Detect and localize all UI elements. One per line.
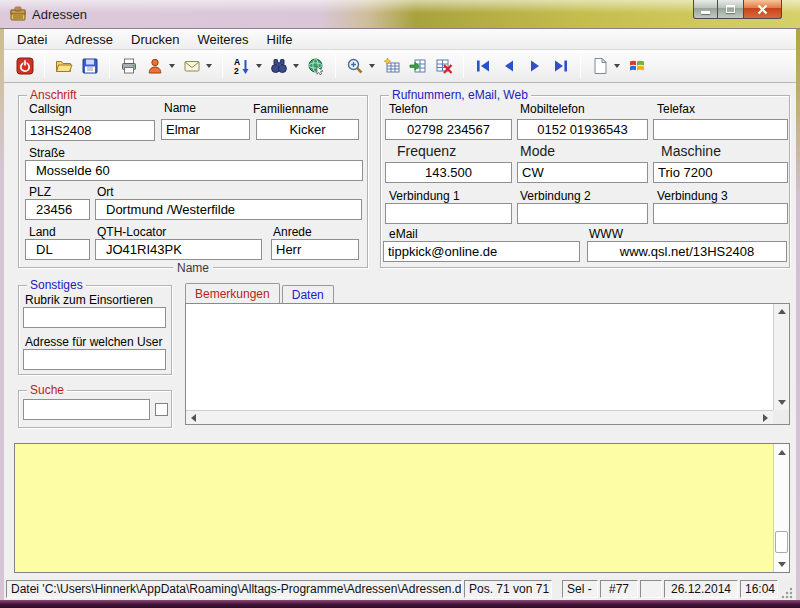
new-document-dropdown-arrow-icon[interactable] — [614, 64, 620, 68]
land-input[interactable] — [25, 239, 90, 260]
rubrik-input[interactable] — [23, 307, 166, 328]
user-label: Adresse für welchen User — [25, 335, 162, 349]
plz-input[interactable] — [25, 199, 90, 220]
email-input[interactable] — [383, 241, 580, 262]
menu-weiteres[interactable]: Weiteres — [188, 29, 257, 50]
toolbar-separator — [109, 54, 110, 78]
qth-locator-label: QTH-Locator — [97, 225, 166, 239]
menubar: Datei Adresse Drucken Weiteres Hilfe — [4, 29, 796, 50]
nav-first-button[interactable] — [470, 53, 496, 79]
maximize-icon — [726, 5, 735, 13]
mail-dropdown-arrow-icon[interactable] — [206, 64, 212, 68]
printer-icon — [120, 57, 138, 75]
edit-record-button[interactable] — [405, 53, 431, 79]
group-anschrift-caption: Anschrift — [27, 88, 80, 102]
menu-hilfe[interactable]: Hilfe — [258, 29, 302, 50]
mobiltelefon-input[interactable] — [517, 119, 648, 140]
maschine-input[interactable] — [653, 162, 788, 183]
name-input[interactable] — [161, 119, 250, 140]
delete-record-button[interactable] — [431, 53, 457, 79]
verbindung2-input[interactable] — [517, 203, 648, 224]
menu-datei[interactable]: Datei — [8, 29, 56, 50]
exit-button[interactable] — [12, 53, 38, 79]
memo-horizontal-scrollbar[interactable] — [186, 410, 773, 424]
strasse-label: Straße — [29, 146, 65, 160]
list-scroll-down-arrow-icon[interactable] — [775, 558, 788, 570]
menu-drucken[interactable]: Drucken — [122, 29, 188, 50]
print-button[interactable] — [116, 53, 142, 79]
new-document-button[interactable] — [587, 53, 613, 79]
close-button[interactable] — [743, 0, 782, 19]
www-label: WWW — [589, 227, 623, 241]
resize-grip[interactable] — [780, 586, 794, 600]
zoom-dropdown-arrow-icon[interactable] — [369, 64, 375, 68]
contact-dropdown-arrow-icon[interactable] — [169, 64, 175, 68]
find-dropdown-arrow-icon[interactable] — [293, 64, 299, 68]
anrede-input[interactable] — [271, 239, 359, 260]
new-record-button[interactable] — [379, 53, 405, 79]
person-icon — [146, 57, 164, 75]
bemerkungen-textarea[interactable] — [186, 304, 773, 410]
nav-previous-button[interactable] — [496, 53, 522, 79]
contact-button[interactable] — [142, 53, 168, 79]
maximize-button[interactable] — [718, 0, 743, 19]
address-list[interactable] — [14, 443, 790, 573]
telefon-input[interactable] — [385, 119, 512, 140]
window-border-bottom — [0, 600, 800, 608]
sort-dropdown-arrow-icon[interactable] — [256, 64, 262, 68]
group-anschrift: Anschrift Name Callsign Name Familiennam… — [18, 95, 368, 268]
list-scroll-up-arrow-icon[interactable] — [775, 446, 788, 458]
suche-checkbox[interactable] — [155, 403, 168, 416]
web-button[interactable] — [303, 53, 329, 79]
scroll-right-arrow-icon[interactable] — [759, 412, 772, 423]
nav-last-button[interactable] — [548, 53, 574, 79]
scroll-up-arrow-icon[interactable] — [775, 305, 789, 318]
list-scroll-thumb[interactable] — [775, 531, 788, 553]
exit-icon — [16, 57, 34, 75]
strasse-input[interactable] — [25, 160, 363, 181]
list-vertical-scrollbar[interactable] — [773, 444, 789, 572]
scrollbar-corner — [773, 410, 789, 424]
windows-button[interactable] — [624, 53, 650, 79]
ort-label: Ort — [97, 185, 114, 199]
zoom-button[interactable] — [342, 53, 368, 79]
callsign-label: Callsign — [29, 102, 72, 116]
email-label: eMail — [389, 227, 418, 241]
minimize-icon — [701, 11, 710, 14]
tab-daten[interactable]: Daten — [282, 285, 334, 303]
open-button[interactable] — [51, 53, 77, 79]
minimize-button[interactable] — [693, 0, 718, 19]
www-input[interactable] — [587, 241, 787, 262]
save-button[interactable] — [77, 53, 103, 79]
memo-vertical-scrollbar[interactable] — [773, 304, 789, 410]
find-button[interactable] — [266, 53, 292, 79]
tab-bemerkungen[interactable]: Bemerkungen — [185, 283, 280, 303]
windows-logo-icon — [628, 57, 646, 75]
sort-button[interactable]: A 2 — [229, 53, 255, 79]
nav-next-button[interactable] — [522, 53, 548, 79]
group-suche: Suche — [18, 390, 172, 428]
client-area: Datei Adresse Drucken Weiteres Hilfe — [4, 29, 796, 600]
toolbar-separator — [222, 54, 223, 78]
frequenz-input[interactable] — [385, 162, 512, 183]
telefax-input[interactable] — [653, 119, 788, 140]
ort-input[interactable] — [95, 199, 362, 220]
status-position: Pos. 71 von 71 — [464, 580, 552, 598]
menu-adresse[interactable]: Adresse — [56, 29, 122, 50]
scroll-left-arrow-icon[interactable] — [187, 412, 200, 423]
verbindung3-input[interactable] — [653, 203, 788, 224]
nav-previous-icon — [500, 57, 518, 75]
status-selection: Sel - — [562, 580, 598, 598]
group-rufnummern-caption: Rufnummern, eMail, Web — [389, 88, 531, 102]
mail-button[interactable] — [179, 53, 205, 79]
qth-locator-input[interactable] — [95, 239, 262, 260]
user-input[interactable] — [23, 349, 166, 370]
suche-input[interactable] — [23, 399, 150, 420]
scroll-down-arrow-icon[interactable] — [775, 396, 789, 409]
familienname-input[interactable] — [256, 119, 359, 140]
callsign-input[interactable] — [25, 120, 155, 141]
mode-input[interactable] — [517, 162, 648, 183]
save-icon — [81, 57, 99, 75]
verbindung1-input[interactable] — [385, 203, 512, 224]
toolbar-separator — [335, 54, 336, 78]
